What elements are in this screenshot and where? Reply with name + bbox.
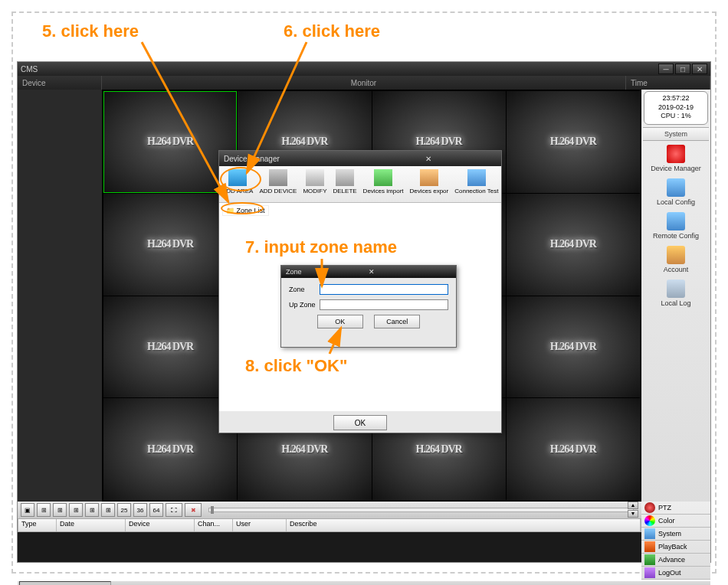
volume-slider[interactable] bbox=[208, 508, 634, 512]
btn-modify[interactable]: MODIFY bbox=[300, 168, 330, 201]
btn-connection-test[interactable]: Connection Test bbox=[451, 168, 501, 201]
device-tree-panel[interactable] bbox=[18, 90, 102, 502]
video-cell[interactable]: H.264 DVR bbox=[507, 296, 640, 398]
device-manager-dialog: Device Manager ✕ ADD AREA ADD DEVICE MOD… bbox=[218, 150, 502, 433]
grid-1[interactable]: ▣ bbox=[21, 503, 34, 517]
logout-icon bbox=[644, 567, 655, 578]
sys-account[interactable]: Account bbox=[645, 244, 707, 278]
zone-titlebar: Zone ✕ bbox=[281, 266, 456, 278]
video-cell[interactable]: H.264 DVR bbox=[103, 398, 237, 500]
header-time: Time bbox=[626, 76, 710, 90]
zone-dialog: Zone ✕ Zone Up Zone OK Cancel bbox=[280, 265, 457, 348]
zone-label: Zone bbox=[289, 286, 320, 293]
disconnect-btn[interactable]: ✖ bbox=[185, 503, 202, 517]
sys-device-manager[interactable]: Device Manager bbox=[645, 143, 707, 177]
btn-add-device[interactable]: ADD DEVICE bbox=[256, 168, 300, 201]
dlg-body: 📁 Zone List Zone ✕ Zone Up Zone OK Cance… bbox=[219, 203, 501, 411]
dlg-toolbar: ADD AREA ADD DEVICE MODIFY DELETE Device… bbox=[219, 166, 501, 203]
header-row: Device Monitor Time bbox=[18, 76, 710, 90]
scroll-down[interactable]: ▼ bbox=[628, 510, 638, 518]
clock-time: 23:57:22 bbox=[644, 94, 707, 103]
btn-delete[interactable]: DELETE bbox=[330, 168, 359, 201]
import-icon bbox=[374, 169, 392, 186]
add-area-icon bbox=[228, 169, 247, 186]
log-col-date[interactable]: Date bbox=[57, 519, 126, 531]
btn-ptz[interactable]: PTZ bbox=[641, 502, 710, 515]
log-col-device[interactable]: Device bbox=[126, 519, 195, 531]
app-title: CMS bbox=[21, 65, 657, 74]
video-cell[interactable]: H.264 DVR bbox=[507, 194, 640, 296]
btn-advance[interactable]: Advance bbox=[641, 554, 710, 567]
video-cell[interactable]: H.264 DVR bbox=[103, 194, 237, 296]
grid-64[interactable]: 64 bbox=[149, 503, 163, 517]
export-icon bbox=[420, 169, 438, 186]
sys-remote-config[interactable]: Remote Config bbox=[645, 211, 707, 244]
titlebar: CMS ─ □ ✕ bbox=[18, 62, 710, 76]
zone-cancel-button[interactable]: Cancel bbox=[374, 315, 420, 328]
clock-date: 2019-02-19 bbox=[644, 103, 707, 113]
btn-add-area[interactable]: ADD AREA bbox=[219, 168, 256, 201]
sys-local-log[interactable]: Local Log bbox=[645, 278, 707, 312]
modify-icon bbox=[306, 169, 324, 186]
log-table: Type Date Device Chan... User Describe bbox=[18, 518, 641, 532]
upzone-input[interactable] bbox=[320, 299, 448, 310]
delete-icon bbox=[336, 169, 354, 186]
dlg-ok-button[interactable]: OK bbox=[333, 415, 387, 430]
conn-test-icon bbox=[467, 169, 486, 186]
system-header: System bbox=[643, 127, 709, 141]
ptz-icon bbox=[644, 502, 655, 513]
grid-8[interactable]: ⊞ bbox=[69, 503, 83, 517]
remote-config-icon bbox=[667, 212, 685, 230]
log-header: Type Date Device Chan... User Describe bbox=[18, 519, 641, 531]
dlg-titlebar: Device Manager ✕ bbox=[219, 151, 501, 166]
grid-9[interactable]: ⊞ bbox=[85, 503, 99, 517]
grid-25[interactable]: 25 bbox=[117, 503, 131, 517]
zone-list-root[interactable]: 📁 Zone List bbox=[222, 205, 269, 216]
btn-devices-export[interactable]: Devices expor bbox=[407, 168, 452, 201]
status-bar bbox=[18, 581, 710, 585]
playback-icon bbox=[644, 541, 655, 552]
zone-input[interactable] bbox=[320, 284, 448, 295]
local-log-icon bbox=[667, 279, 685, 298]
grid-16[interactable]: ⊞ bbox=[101, 503, 115, 517]
fullscreen-btn[interactable]: ⛶ bbox=[166, 503, 182, 517]
btn-system[interactable]: System bbox=[641, 528, 710, 541]
video-cell[interactable]: H.264 DVR bbox=[507, 91, 640, 193]
btn-playback[interactable]: PlayBack bbox=[641, 541, 710, 554]
video-cell[interactable]: H.264 DVR bbox=[507, 398, 640, 500]
btn-color[interactable]: Color bbox=[641, 515, 710, 528]
log-col-describe[interactable]: Describe bbox=[287, 519, 641, 531]
grid-6[interactable]: ⊞ bbox=[53, 503, 67, 517]
window-maximize[interactable]: □ bbox=[675, 64, 690, 74]
grid-36[interactable]: 36 bbox=[133, 503, 147, 517]
btn-logout[interactable]: LogOut bbox=[641, 567, 710, 580]
scroll-up[interactable]: ▲ bbox=[628, 502, 638, 509]
zone-ok-button[interactable]: OK bbox=[317, 315, 363, 328]
header-device: Device bbox=[18, 76, 102, 90]
grid-4[interactable]: ⊞ bbox=[37, 503, 51, 517]
bottom-region: ▣ ⊞ ⊞ ⊞ ⊞ ⊞ 25 36 64 ⛶ ✖ Type Date Devic… bbox=[18, 502, 710, 580]
zone-close[interactable]: ✕ bbox=[369, 268, 451, 276]
device-manager-icon bbox=[667, 145, 685, 163]
video-cell[interactable]: H.264 DVR bbox=[103, 296, 237, 398]
dlg-close[interactable]: ✕ bbox=[360, 155, 497, 163]
btn-devices-import[interactable]: Devices import bbox=[360, 168, 407, 201]
window-minimize[interactable]: ─ bbox=[658, 64, 674, 74]
sys-local-config[interactable]: Local Config bbox=[645, 177, 707, 211]
clock-box: 23:57:22 2019-02-19 CPU : 1% bbox=[644, 91, 708, 125]
clock-cpu: CPU : 1% bbox=[644, 112, 707, 121]
zone-body: Zone Up Zone OK Cancel bbox=[281, 278, 456, 335]
upzone-label: Up Zone bbox=[289, 301, 320, 309]
log-col-type[interactable]: Type bbox=[18, 519, 57, 531]
window-close[interactable]: ✕ bbox=[692, 64, 707, 74]
video-cell[interactable]: H.264 DVR bbox=[103, 91, 237, 193]
right-panel: 23:57:22 2019-02-19 CPU : 1% System Devi… bbox=[641, 90, 710, 502]
right-button-panel: PTZ Color System PlayBack Advance LogOut bbox=[641, 502, 710, 580]
color-icon bbox=[644, 515, 655, 526]
log-col-user[interactable]: User bbox=[233, 519, 287, 531]
add-device-icon bbox=[269, 169, 287, 186]
dlg-title-text: Device Manager bbox=[224, 155, 360, 163]
grid-toolbar: ▣ ⊞ ⊞ ⊞ ⊞ ⊞ 25 36 64 ⛶ ✖ bbox=[18, 502, 641, 518]
log-col-channel[interactable]: Chan... bbox=[195, 519, 233, 531]
account-icon bbox=[667, 246, 685, 264]
